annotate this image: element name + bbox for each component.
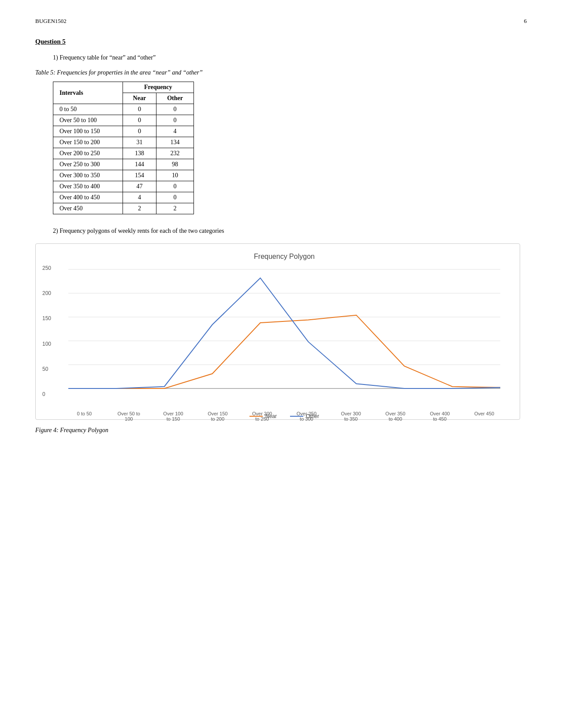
table-row: Over 350 to 400470 [53, 181, 194, 192]
cell-other: 232 [156, 148, 194, 159]
figure-caption: Figure 4: Frequency Polygon [35, 427, 527, 434]
y-axis-label: 0 [42, 391, 51, 397]
y-axis-label: 50 [42, 366, 51, 372]
table-row: Over 50 to 10000 [53, 115, 194, 126]
legend-other-line [290, 416, 303, 417]
cell-other: 0 [156, 115, 194, 126]
table-caption: Table 5: Frequencies for properties in t… [35, 69, 527, 76]
table-row: Over 400 to 45040 [53, 192, 194, 203]
cell-near: 138 [123, 148, 156, 159]
col-other-header: Other [156, 93, 194, 104]
cell-interval: Over 350 to 400 [53, 181, 123, 192]
item2-label: 2) Frequency polygons of weekly rents fo… [53, 228, 527, 235]
table-row: Over 200 to 250138232 [53, 148, 194, 159]
y-axis-label: 100 [42, 341, 51, 347]
x-axis-label: Over 400to 450 [417, 411, 462, 422]
cell-near: 0 [123, 104, 156, 115]
cell-other: 10 [156, 170, 194, 181]
y-axis-label: 200 [42, 290, 51, 296]
frequency-table: Intervals Frequency Near Other 0 to 5000… [53, 82, 194, 214]
x-axis-label: Over 300to 350 [329, 411, 373, 422]
x-axis-label: 0 to 50 [62, 411, 107, 422]
table-row: Over 100 to 15004 [53, 126, 194, 137]
x-axis-label: Over 150to 200 [195, 411, 240, 422]
page-number: 6 [524, 18, 527, 25]
cell-near: 154 [123, 170, 156, 181]
legend-near-item: Near [249, 413, 277, 419]
chart-svg [62, 265, 506, 397]
question-title: Question 5 [35, 38, 527, 45]
col-intervals-header: Intervals [53, 82, 123, 104]
y-axis-label: 150 [42, 315, 51, 321]
chart-title: Frequency Polygon [62, 253, 506, 261]
cell-other: 98 [156, 159, 194, 170]
col-near-header: Near [123, 93, 156, 104]
legend-other-item: Other [290, 413, 319, 419]
cell-near: 144 [123, 159, 156, 170]
cell-near: 0 [123, 126, 156, 137]
cell-near: 4 [123, 192, 156, 203]
cell-near: 31 [123, 137, 156, 148]
cell-other: 0 [156, 181, 194, 192]
chart-legend: Near Other [249, 413, 319, 419]
table-row: Over 45022 [53, 203, 194, 214]
cell-interval: Over 400 to 450 [53, 192, 123, 203]
frequency-table-wrapper: Intervals Frequency Near Other 0 to 5000… [53, 82, 527, 214]
cell-interval: Over 150 to 200 [53, 137, 123, 148]
y-axis-label: 250 [42, 265, 51, 271]
y-axis-labels: 050100150200250 [42, 265, 51, 397]
table-row: Over 150 to 20031134 [53, 137, 194, 148]
cell-near: 47 [123, 181, 156, 192]
cell-interval: Over 200 to 250 [53, 148, 123, 159]
x-axis-label: Over 50 to100 [107, 411, 151, 422]
cell-other: 134 [156, 137, 194, 148]
cell-interval: Over 250 to 300 [53, 159, 123, 170]
cell-interval: Over 450 [53, 203, 123, 214]
cell-interval: Over 100 to 150 [53, 126, 123, 137]
cell-other: 4 [156, 126, 194, 137]
cell-other: 0 [156, 192, 194, 203]
cell-near: 0 [123, 115, 156, 126]
x-axis-label: Over 350to 400 [373, 411, 418, 422]
cell-interval: Over 50 to 100 [53, 115, 123, 126]
cell-near: 2 [123, 203, 156, 214]
table-row: 0 to 5000 [53, 104, 194, 115]
x-axis-label: Over 100to 150 [151, 411, 196, 422]
cell-other: 2 [156, 203, 194, 214]
cell-interval: 0 to 50 [53, 104, 123, 115]
chart-container: Frequency Polygon 050100150200250 0 to 5… [35, 243, 520, 420]
chart-area: 050100150200250 0 to 50Over 50 to100Over… [62, 265, 506, 397]
legend-near-line [249, 416, 263, 417]
item1-label: 1) Frequency table for “near” and “other… [53, 54, 527, 61]
legend-other-label: Other [306, 413, 319, 419]
x-axis-label: Over 450 [462, 411, 506, 422]
col-frequency-header: Frequency [123, 82, 194, 93]
cell-other: 0 [156, 104, 194, 115]
table-row: Over 250 to 30014498 [53, 159, 194, 170]
cell-interval: Over 300 to 350 [53, 170, 123, 181]
doc-id: BUGEN1502 [35, 18, 67, 25]
table-row: Over 300 to 35015410 [53, 170, 194, 181]
legend-near-label: Near [265, 413, 277, 419]
